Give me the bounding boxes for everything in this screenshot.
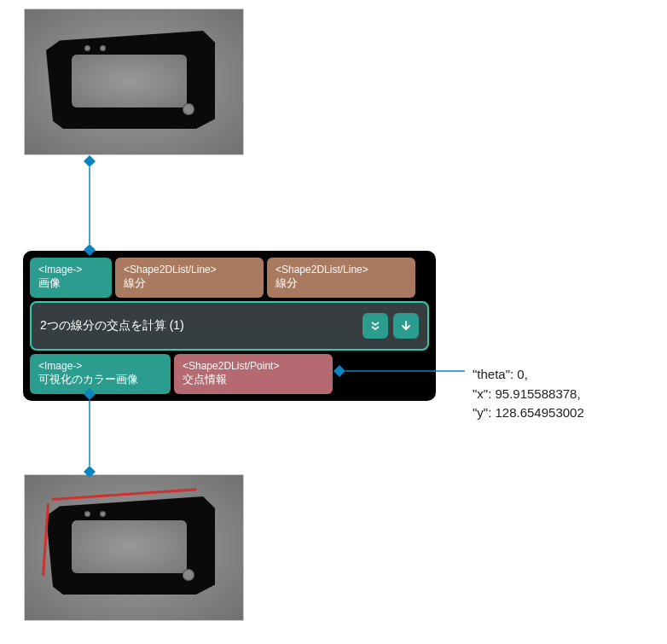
input-port-line-2[interactable]: <Shape2DList/Line> 線分 xyxy=(267,258,415,298)
part-hole xyxy=(84,45,90,51)
port-label: 画像 xyxy=(38,276,103,291)
port-label: 交点情報 xyxy=(183,373,324,387)
output-image-preview xyxy=(24,474,244,621)
diagram-canvas: <Image-> 画像 <Shape2DList/Line> 線分 <Shape… xyxy=(9,9,657,635)
port-type: <Shape2DList/Line> xyxy=(276,263,407,276)
part-hole xyxy=(100,511,106,517)
port-type: <Shape2DList/Line> xyxy=(124,263,255,276)
part-hole xyxy=(183,103,194,115)
output-port-image[interactable]: <Image-> 可視化のカラー画像 xyxy=(30,354,171,394)
port-type: <Image-> xyxy=(38,359,162,373)
input-port-image[interactable]: <Image-> 画像 xyxy=(30,258,112,298)
part-cutout xyxy=(72,55,187,107)
part-hole xyxy=(100,45,106,51)
port-label: 可視化のカラー画像 xyxy=(38,373,162,387)
part-hole xyxy=(84,511,90,517)
input-port-line-1[interactable]: <Shape2DList/Line> 線分 xyxy=(115,258,264,298)
input-ports-row: <Image-> 画像 <Shape2DList/Line> 線分 <Shape… xyxy=(30,258,429,298)
expand-button[interactable] xyxy=(362,313,388,339)
output-data-text: "theta": 0, "x": 95.915588378, "y": 128.… xyxy=(473,365,584,423)
part-hole xyxy=(183,569,194,581)
port-type: <Image-> xyxy=(38,263,103,276)
port-label: 線分 xyxy=(276,276,407,291)
port-type: <Shape2DList/Point> xyxy=(183,359,324,373)
node-panel: <Image-> 画像 <Shape2DList/Line> 線分 <Shape… xyxy=(23,251,436,401)
port-label: 線分 xyxy=(124,276,255,291)
connector-diamond xyxy=(84,155,96,167)
node-title-bar[interactable]: 2つの線分の交点を計算 (1) xyxy=(30,301,429,351)
arrow-down-icon xyxy=(400,320,412,332)
output-ports-row: <Image-> 可視化のカラー画像 <Shape2DList/Point> 交… xyxy=(30,354,429,394)
input-image-preview xyxy=(24,9,244,155)
part-cutout xyxy=(72,520,187,573)
chevron-double-down-icon xyxy=(369,320,381,332)
run-button[interactable] xyxy=(393,313,419,339)
node-buttons xyxy=(362,313,419,339)
output-port-point[interactable]: <Shape2DList/Point> 交点情報 xyxy=(174,354,333,394)
node-title: 2つの線分の交点を計算 (1) xyxy=(40,318,184,334)
